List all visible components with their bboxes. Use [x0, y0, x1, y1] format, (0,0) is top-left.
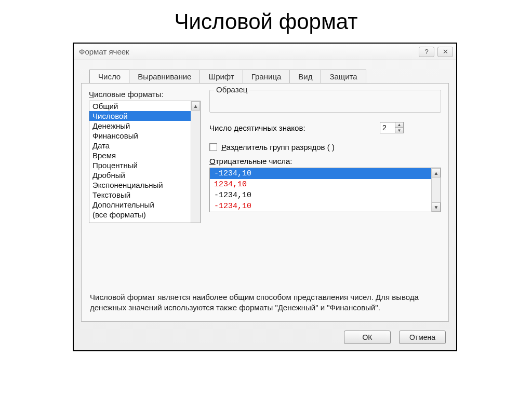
negative-option-1[interactable]: -1234,10	[210, 168, 431, 179]
decimal-places-row: Число десятичных знаков: ▲ ▼	[209, 122, 441, 133]
format-item-fraction[interactable]: Дробный	[89, 170, 191, 180]
ok-button[interactable]: ОК	[344, 331, 391, 344]
titlebar-buttons: ? ✕	[419, 47, 453, 57]
format-item-percent[interactable]: Процентный	[89, 160, 191, 170]
format-description: Числовой формат является наиболее общим …	[90, 292, 440, 313]
format-item-special[interactable]: Дополнительный	[89, 200, 191, 210]
formats-column: Числовые форматы: Общий Числовой Денежны…	[89, 90, 203, 223]
format-item-general[interactable]: Общий	[89, 101, 191, 111]
scroll-down-icon[interactable]: ▼	[432, 202, 441, 212]
slide-title: Числовой формат	[0, 9, 532, 34]
tab-alignment[interactable]: Выравнивание	[129, 70, 200, 83]
close-button[interactable]: ✕	[437, 47, 453, 57]
thousands-separator-row: Разделитель групп разрядов ( )	[209, 143, 441, 152]
negative-list-inner: -1234,10 1234,10 -1234,10 -1234,10	[210, 168, 431, 212]
format-item-currency[interactable]: Денежный	[89, 121, 191, 131]
cancel-button[interactable]: Отмена	[399, 331, 446, 344]
tab-border[interactable]: Граница	[243, 70, 290, 83]
format-item-custom[interactable]: (все форматы)	[89, 210, 191, 219]
format-item-text[interactable]: Текстовый	[89, 190, 191, 200]
tab-protection[interactable]: Защита	[321, 70, 366, 83]
format-listbox[interactable]: Общий Числовой Денежный Финансовый Дата …	[89, 101, 201, 223]
spinner-up-icon[interactable]: ▲	[395, 122, 403, 128]
decimal-places-label: Число десятичных знаков:	[209, 123, 305, 132]
format-cells-dialog: Формат ячеек ? ✕ Число Выравнивание Шриф…	[73, 43, 457, 351]
titlebar: Формат ячеек ? ✕	[74, 44, 456, 60]
negative-numbers-label: Отрицательные числа:	[209, 157, 441, 166]
dialog-buttons: ОК Отмена	[344, 331, 446, 344]
format-item-accounting[interactable]: Финансовый	[89, 131, 191, 141]
negative-numbers-listbox[interactable]: -1234,10 1234,10 -1234,10 -1234,10 ▲ ▼	[209, 168, 441, 212]
spinner-down-icon[interactable]: ▼	[395, 128, 403, 133]
negative-option-3[interactable]: -1234,10	[210, 190, 431, 201]
tab-font[interactable]: Шрифт	[200, 70, 243, 83]
format-list-inner: Общий Числовой Денежный Финансовый Дата …	[89, 101, 191, 223]
thousands-separator-checkbox[interactable]	[209, 143, 217, 151]
tab-fill[interactable]: Вид	[290, 70, 321, 83]
formats-label: Числовые форматы:	[89, 90, 203, 99]
decimal-places-spinner[interactable]: ▲ ▼	[380, 122, 404, 133]
tab-number[interactable]: Число	[89, 70, 129, 83]
format-item-time[interactable]: Время	[89, 150, 191, 160]
negative-option-2[interactable]: 1234,10	[210, 179, 431, 190]
close-icon: ✕	[443, 48, 448, 56]
help-button[interactable]: ?	[419, 47, 434, 57]
help-icon: ?	[424, 48, 428, 56]
format-list-scrollbar[interactable]: ▲	[191, 101, 200, 223]
settings-column: Образец Число десятичных знаков: ▲ ▼ Раз…	[209, 90, 441, 212]
format-item-date[interactable]: Дата	[89, 141, 191, 150]
sample-group: Образец	[209, 90, 441, 113]
thousands-separator-label: Разделитель групп разрядов ( )	[221, 143, 335, 152]
scroll-up-icon[interactable]: ▲	[191, 101, 200, 111]
negative-option-4[interactable]: -1234,10	[210, 201, 431, 212]
decimal-places-input[interactable]	[380, 122, 395, 133]
sample-label: Образец	[214, 85, 249, 94]
scroll-up-icon[interactable]: ▲	[432, 168, 441, 177]
dialog-title: Формат ячеек	[79, 47, 129, 56]
format-item-number[interactable]: Числовой	[89, 111, 191, 121]
tab-panel-number: Числовые форматы: Общий Числовой Денежны…	[81, 83, 449, 322]
format-item-scientific[interactable]: Экспоненциальный	[89, 180, 191, 190]
negative-list-scrollbar[interactable]: ▲ ▼	[431, 168, 441, 212]
tab-strip: Число Выравнивание Шрифт Граница Вид Защ…	[89, 70, 456, 83]
